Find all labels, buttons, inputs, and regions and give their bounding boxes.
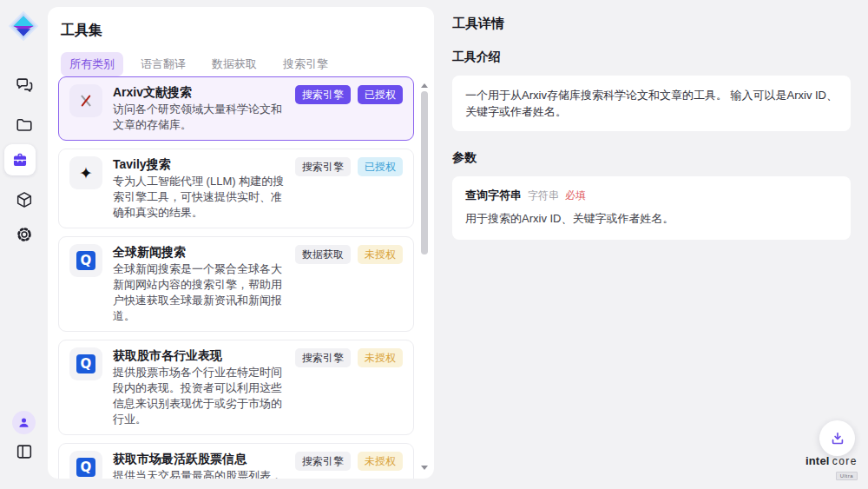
app-logo bbox=[7, 10, 40, 43]
category-badge: 搜索引擎 bbox=[295, 348, 351, 367]
toolbox-icon-active[interactable] bbox=[4, 144, 36, 175]
tool-list: Arxiv文献搜索 访问各个研究领域大量科学论文和文章的存储库。 搜索引擎 已授… bbox=[58, 76, 414, 479]
cube-icon[interactable] bbox=[0, 188, 48, 212]
settings-icon[interactable] bbox=[0, 222, 48, 247]
param-card: 查询字符串 字符串 必填 用于搜索的Arxiv ID、关键字或作者姓名。 bbox=[452, 176, 851, 240]
tool-title: 获取股市各行业表现 bbox=[113, 347, 285, 364]
arxiv-x-icon bbox=[69, 84, 102, 117]
param-desc: 用于搜索的Arxiv ID、关键字或作者姓名。 bbox=[465, 211, 838, 227]
params-heading: 参数 bbox=[452, 150, 851, 166]
toolbox-icon bbox=[10, 150, 30, 169]
toolset-panel: 工具集 所有类别 语言翻译 数据获取 搜索引擎 Arxiv文献搜索 访问各个研究… bbox=[48, 7, 434, 479]
tool-detail-panel: 工具详情 工具介绍 一个用于从Arxiv存储库搜索科学论文和文章的工具。 输入可… bbox=[434, 0, 868, 489]
tavily-star-icon: ✦ bbox=[69, 156, 102, 189]
detail-title: 工具详情 bbox=[452, 16, 851, 32]
user-icon[interactable] bbox=[12, 411, 36, 434]
q-blue-icon: Q bbox=[69, 347, 102, 380]
tool-card-arxiv[interactable]: Arxiv文献搜索 访问各个研究领域大量科学论文和文章的存储库。 搜索引擎 已授… bbox=[58, 76, 414, 141]
tool-card-tavily[interactable]: ✦ Tavily搜索 专为人工智能代理 (LLM) 构建的搜索引擎工具，可快速提… bbox=[58, 149, 414, 228]
tool-title: 获取市场最活跃股票信息 bbox=[113, 451, 285, 467]
scrollbar-up-arrow[interactable] bbox=[421, 83, 428, 88]
category-tabs: 所有类别 语言翻译 数据获取 搜索引擎 bbox=[61, 52, 337, 76]
brand-intel-text: intel bbox=[806, 455, 830, 466]
auth-status-badge: 已授权 bbox=[358, 157, 403, 176]
download-icon bbox=[829, 430, 846, 447]
category-badge: 搜索引擎 bbox=[295, 452, 351, 471]
tool-desc: 提供股票市场各个行业在特定时间段内的表现。投资者可以利用这些信息来识别表现优于或… bbox=[113, 365, 285, 427]
param-name: 查询字符串 bbox=[465, 188, 522, 203]
intro-heading: 工具介绍 bbox=[452, 50, 851, 65]
panel-icon[interactable] bbox=[0, 439, 48, 464]
intro-card: 一个用于从Arxiv存储库搜索科学论文和文章的工具。 输入可以是Arxiv ID… bbox=[452, 76, 851, 131]
app-window: 工具集 所有类别 语言翻译 数据获取 搜索引擎 Arxiv文献搜索 访问各个研究… bbox=[0, 0, 868, 489]
tab-all-categories[interactable]: 所有类别 bbox=[61, 52, 123, 76]
param-type: 字符串 bbox=[528, 188, 559, 203]
scrollbar-thumb[interactable] bbox=[421, 91, 428, 254]
tool-card-active-stocks[interactable]: Q 获取市场最活跃股票信息 提供当天交易量最高的股票列表，投资者可以利用这些信息… bbox=[58, 443, 414, 479]
scrollbar-down-arrow[interactable] bbox=[421, 466, 428, 470]
tool-title: Tavily搜索 bbox=[113, 156, 285, 173]
tool-card-global-news[interactable]: Q 全球新闻搜索 全球新闻搜索是一个聚合全球各大新闻网站内容的搜索引擎，帮助用户… bbox=[58, 236, 414, 332]
tool-desc: 提供当天交易量最高的股票列表，投资者可以利用这些信息来识别流动性强的股票和潜在的… bbox=[113, 468, 285, 479]
tool-title: 全球新闻搜索 bbox=[113, 244, 285, 261]
tool-card-sector-performance[interactable]: Q 获取股市各行业表现 提供股票市场各个行业在特定时间段内的表现。投资者可以利用… bbox=[58, 340, 414, 435]
folder-icon[interactable] bbox=[0, 113, 48, 137]
tool-desc: 访问各个研究领域大量科学论文和文章的存储库。 bbox=[113, 102, 285, 133]
page-title: 工具集 bbox=[61, 22, 102, 40]
brand-core-text: core bbox=[832, 456, 858, 466]
tab-language-translation[interactable]: 语言翻译 bbox=[132, 52, 194, 76]
param-required-flag: 必填 bbox=[565, 188, 586, 203]
auth-status-badge: 已授权 bbox=[358, 85, 403, 104]
category-badge: 数据获取 bbox=[295, 245, 351, 264]
auth-status-badge: 未授权 bbox=[358, 452, 403, 471]
q-blue-icon: Q bbox=[69, 451, 102, 479]
brand-ultra-badge: Ultra bbox=[836, 472, 858, 480]
tab-search-engine[interactable]: 搜索引擎 bbox=[274, 52, 337, 76]
left-rail bbox=[0, 0, 48, 489]
q-blue-icon: Q bbox=[69, 244, 102, 277]
tool-desc: 专为人工智能代理 (LLM) 构建的搜索引擎工具，可快速提供实时、准确和真实的结… bbox=[113, 174, 285, 221]
chat-icon[interactable] bbox=[0, 73, 48, 97]
download-button[interactable] bbox=[819, 420, 855, 456]
category-badge: 搜索引擎 bbox=[295, 85, 351, 104]
category-badge: 搜索引擎 bbox=[295, 157, 351, 176]
auth-status-badge: 未授权 bbox=[358, 348, 403, 367]
auth-status-badge: 未授权 bbox=[358, 245, 403, 264]
tool-desc: 全球新闻搜索是一个聚合全球各大新闻网站内容的搜索引擎，帮助用户快速获取全球最新资… bbox=[113, 261, 285, 324]
tool-title: Arxiv文献搜索 bbox=[113, 84, 285, 101]
tab-data-acquisition[interactable]: 数据获取 bbox=[203, 52, 266, 76]
intel-core-logo: intel core Ultra bbox=[800, 455, 858, 480]
